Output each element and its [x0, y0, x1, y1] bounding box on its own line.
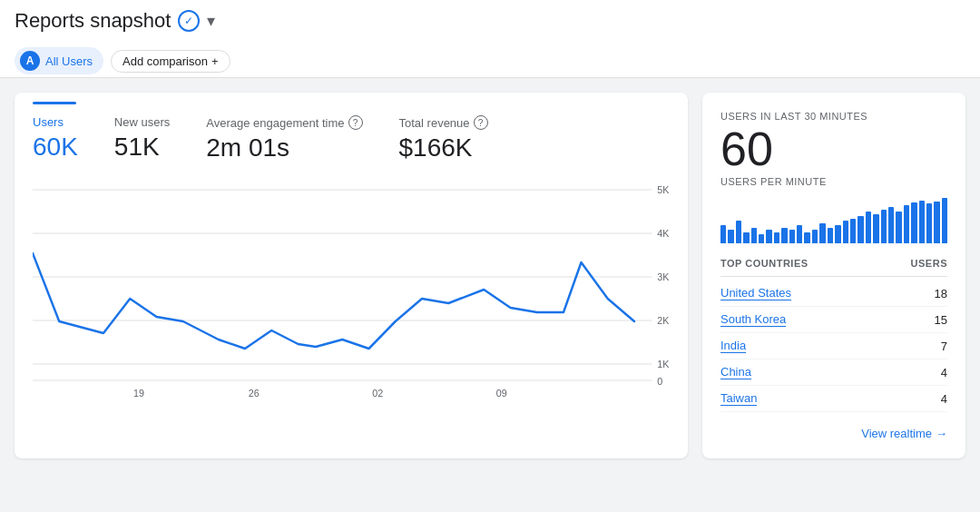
country-users: 4 — [941, 366, 947, 379]
svg-text:3K: 3K — [657, 271, 670, 282]
svg-text:0: 0 — [657, 376, 662, 387]
mini-bar — [759, 234, 764, 243]
country-row: China4 — [720, 359, 947, 386]
mini-bar — [812, 230, 818, 243]
dropdown-button[interactable]: ▾ — [207, 11, 215, 31]
mini-bar — [743, 232, 749, 244]
country-name[interactable]: United States — [720, 286, 791, 300]
svg-text:19: 19 — [133, 388, 144, 399]
mini-bar — [835, 225, 840, 243]
main-chart-card: Users 60K New users 51K Average engageme… — [15, 93, 688, 458]
mini-bar — [804, 232, 809, 244]
metric-new-users-label: New users — [114, 115, 170, 129]
country-users: 15 — [935, 313, 947, 327]
country-name[interactable]: Taiwan — [720, 391, 757, 406]
mini-bar — [896, 212, 901, 243]
mini-bar — [781, 228, 787, 244]
mini-bar — [828, 228, 833, 244]
view-realtime-link[interactable]: View realtime → — [720, 427, 947, 440]
realtime-count: 60 — [720, 125, 947, 172]
metric-engagement-value: 2m 01s — [206, 133, 362, 162]
svg-text:02: 02 — [372, 388, 383, 399]
country-name[interactable]: South Korea — [720, 312, 786, 327]
metric-engagement[interactable]: Average engagement time ? 2m 01s — [206, 115, 362, 162]
country-users: 18 — [935, 287, 947, 300]
svg-text:4K: 4K — [657, 228, 670, 239]
arrow-icon: → — [936, 427, 947, 440]
metric-new-users-value: 51K — [114, 133, 170, 162]
mini-bar — [774, 232, 779, 244]
mini-bar — [720, 225, 726, 243]
svg-text:26: 26 — [249, 388, 260, 399]
avatar: A — [20, 51, 40, 71]
svg-text:5K: 5K — [657, 184, 670, 195]
countries-header: TOP COUNTRIES USERS — [720, 258, 947, 277]
mini-bar — [888, 207, 894, 243]
all-users-label: All Users — [45, 54, 93, 68]
mini-bar — [843, 221, 848, 243]
per-minute-label: USERS PER MINUTE — [720, 176, 947, 187]
svg-text:09: 09 — [496, 388, 507, 399]
page-title: Reports snapshot — [15, 9, 171, 33]
svg-text:2K: 2K — [657, 315, 670, 326]
metrics-row: Users 60K New users 51K Average engageme… — [33, 115, 670, 162]
mini-bar — [942, 198, 947, 243]
revenue-info-icon[interactable]: ? — [474, 115, 488, 130]
realtime-card: USERS IN LAST 30 MINUTES 60 USERS PER MI… — [702, 93, 965, 458]
metric-revenue-label: Total revenue ? — [399, 115, 488, 130]
metric-users[interactable]: Users 60K — [33, 115, 78, 162]
countries-list: United States18South Korea15India7China4… — [720, 281, 947, 412]
mini-bar — [797, 225, 802, 243]
add-comparison-button[interactable]: Add comparison + — [111, 50, 230, 73]
country-row: South Korea15 — [720, 307, 947, 333]
header: Reports snapshot ✓ ▾ A All Users Add com… — [0, 0, 980, 78]
realtime-label: USERS IN LAST 30 MINUTES — [720, 111, 947, 122]
mini-bar — [873, 214, 878, 244]
mini-bar — [850, 219, 856, 244]
country-name[interactable]: China — [720, 365, 751, 379]
country-row: Taiwan4 — [720, 386, 947, 412]
mini-bar — [911, 202, 916, 243]
mini-bar — [728, 230, 733, 243]
countries-header-left: TOP COUNTRIES — [720, 258, 808, 269]
mini-bar — [751, 228, 757, 244]
mini-bar — [819, 223, 825, 244]
add-comparison-label: Add comparison — [122, 54, 208, 68]
country-name[interactable]: India — [720, 339, 746, 353]
metric-engagement-label: Average engagement time ? — [206, 115, 362, 130]
mini-bar — [904, 205, 909, 244]
metric-users-label: Users — [33, 115, 78, 129]
metric-users-value: 60K — [33, 133, 78, 162]
mini-bar — [881, 210, 887, 244]
mini-bar — [736, 221, 741, 243]
add-icon: + — [211, 54, 219, 68]
mini-bar — [866, 212, 871, 243]
view-realtime-label: View realtime — [861, 427, 932, 440]
mini-bar-chart — [720, 198, 947, 243]
metric-revenue-value: $166K — [399, 133, 488, 162]
country-users: 4 — [941, 392, 947, 406]
mini-bar — [926, 203, 932, 243]
country-row: United States18 — [720, 281, 947, 307]
mini-bar — [934, 202, 939, 243]
mini-bar — [919, 201, 925, 244]
country-row: India7 — [720, 333, 947, 359]
mini-bar — [766, 230, 771, 243]
verified-icon[interactable]: ✓ — [178, 10, 200, 32]
metric-new-users[interactable]: New users 51K — [114, 115, 170, 162]
svg-text:1K: 1K — [657, 359, 670, 369]
metric-revenue[interactable]: Total revenue ? $166K — [399, 115, 488, 162]
mini-bar — [858, 216, 863, 243]
all-users-filter[interactable]: A All Users — [15, 47, 103, 74]
countries-header-right: USERS — [911, 258, 947, 269]
country-users: 7 — [941, 340, 947, 353]
engagement-info-icon[interactable]: ? — [348, 115, 363, 130]
line-chart: 5K 4K 3K 2K 1K 0 19 Dec 26 02 Jan 09 — [33, 181, 670, 399]
mini-bar — [789, 230, 795, 243]
